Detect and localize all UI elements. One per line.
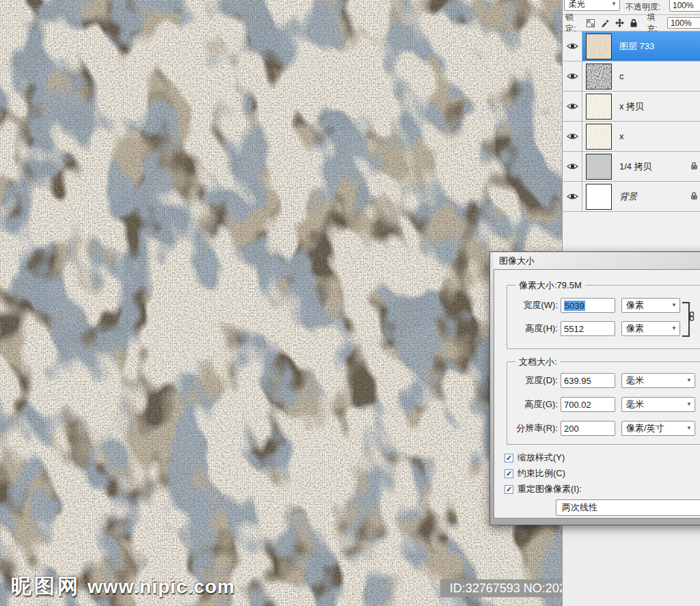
- layer-lock-icon: [691, 162, 697, 171]
- resolution-input[interactable]: 200: [561, 421, 615, 436]
- resample-image-option: ✓ 重定图像像素(I):: [504, 483, 582, 495]
- layer-name[interactable]: x 拷贝: [619, 100, 644, 113]
- site-url: www.nipic.com: [88, 576, 235, 598]
- resolution-unit-select[interactable]: 像素/英寸 ▼: [621, 421, 695, 436]
- resample-method-value: 两次线性: [562, 501, 597, 514]
- site-name: 昵图网: [11, 573, 81, 601]
- chain-link-icon: [689, 312, 695, 321]
- layer-name[interactable]: 1/4 拷贝: [619, 161, 652, 173]
- fill-input[interactable]: 100%: [667, 17, 700, 29]
- resolution-label: 分辨率(R):: [511, 422, 558, 435]
- eye-icon: [567, 72, 578, 80]
- layer-row-quarter-copy[interactable]: 1/4 拷贝: [563, 152, 700, 182]
- document-size-label: 文档大小:: [515, 356, 561, 368]
- doc-width-row: 宽度(D): 639.95 毫米 ▼: [511, 373, 695, 388]
- resample-image-label: 重定图像像素(I):: [517, 483, 582, 495]
- constrain-proportions-label: 约束比例(C): [517, 467, 565, 480]
- doc-height-row: 高度(G): 700.02 毫米 ▼: [511, 397, 695, 412]
- layer-thumbnail[interactable]: [586, 124, 612, 150]
- site-watermark: 昵图网 www.nipic.com: [11, 573, 235, 601]
- pixel-width-row: 宽度(W): 5039 像素 ▼: [511, 298, 680, 313]
- resample-method-select[interactable]: 两次线性 ▼: [556, 499, 700, 516]
- chevron-down-icon: ▼: [686, 378, 692, 383]
- layer-row-733[interactable]: 图层 733: [563, 31, 700, 61]
- doc-height-unit-select[interactable]: 毫米 ▼: [621, 397, 695, 412]
- doc-width-unit-select[interactable]: 毫米 ▼: [621, 373, 695, 388]
- pixel-height-label: 高度(H):: [511, 322, 558, 335]
- visibility-toggle[interactable]: [563, 152, 582, 181]
- check-icon: ✓: [506, 486, 512, 493]
- layer-thumbnail[interactable]: [586, 64, 612, 89]
- document-canvas[interactable]: [0, 0, 562, 606]
- eye-icon: [567, 193, 578, 200]
- pixel-height-value: 5512: [564, 324, 584, 334]
- visibility-toggle[interactable]: [563, 61, 582, 91]
- scale-styles-option: ✓ 缩放样式(Y): [504, 452, 565, 464]
- image-size-dialog: 图像大小 像素大小:79.5M 宽度(W): 5039 像素 ▼ 高度(H):: [489, 251, 700, 525]
- visibility-toggle[interactable]: [563, 182, 582, 211]
- eye-icon: [567, 133, 578, 140]
- resample-image-checkbox[interactable]: ✓: [504, 485, 513, 494]
- doc-height-value: 700.02: [564, 400, 591, 410]
- lock-all-icon[interactable]: [630, 19, 637, 27]
- pixel-width-unit: 像素: [626, 299, 644, 312]
- pixel-width-input[interactable]: 5039: [561, 298, 615, 313]
- pixel-width-unit-select[interactable]: 像素 ▼: [621, 298, 680, 313]
- dialog-title[interactable]: 图像大小: [494, 252, 700, 269]
- resolution-unit: 像素/英寸: [626, 422, 664, 435]
- pixel-dimensions-group: 像素大小:79.5M 宽度(W): 5039 像素 ▼ 高度(H): 5512: [507, 285, 700, 349]
- resolution-value: 200: [564, 424, 579, 434]
- pixel-height-input[interactable]: 5512: [561, 321, 615, 336]
- blend-mode-value: 柔光: [569, 0, 585, 10]
- layer-name[interactable]: 背景: [619, 191, 637, 203]
- check-icon: ✓: [506, 454, 512, 462]
- doc-width-input[interactable]: 639.95: [561, 373, 615, 388]
- chevron-down-icon: ▼: [671, 303, 677, 308]
- blend-mode-select[interactable]: 柔光 ▼: [564, 0, 620, 11]
- document-size-group: 文档大小: 宽度(D): 639.95 毫米 ▼ 高度(G): 700.02: [507, 361, 700, 445]
- doc-width-unit: 毫米: [626, 374, 644, 387]
- chevron-down-icon: ▼: [686, 426, 692, 431]
- layer-thumbnail[interactable]: [586, 33, 612, 59]
- scale-styles-checkbox[interactable]: ✓: [504, 454, 513, 463]
- layer-thumbnail[interactable]: [586, 94, 612, 120]
- visibility-toggle[interactable]: [563, 122, 582, 151]
- pixel-height-row: 高度(H): 5512 像素 ▼: [511, 321, 680, 336]
- doc-height-input[interactable]: 700.02: [561, 397, 615, 412]
- visibility-toggle[interactable]: [563, 31, 582, 61]
- lock-paint-brush-icon[interactable]: [601, 19, 609, 27]
- constrain-proportions-checkbox[interactable]: ✓: [504, 469, 513, 478]
- layer-row-c[interactable]: c: [563, 61, 700, 92]
- opacity-input[interactable]: 100%: [669, 0, 700, 12]
- scale-styles-label: 缩放样式(Y): [517, 452, 565, 464]
- chevron-down-icon: ▼: [671, 326, 677, 331]
- blend-mode-row: 柔光 ▼ 不透明度: 100%: [563, 0, 700, 15]
- check-icon: ✓: [506, 470, 512, 478]
- layers-panel-empty-area: [563, 212, 700, 253]
- doc-width-value: 639.95: [564, 376, 591, 386]
- pixel-height-unit: 像素: [626, 322, 644, 335]
- lock-move-icon[interactable]: [615, 18, 624, 27]
- visibility-toggle[interactable]: [563, 92, 582, 121]
- layer-name[interactable]: x: [619, 131, 624, 141]
- doc-width-label: 宽度(D):: [511, 374, 558, 387]
- layer-thumbnail[interactable]: [586, 184, 612, 210]
- layer-thumbnail[interactable]: [586, 154, 612, 180]
- resolution-row: 分辨率(R): 200 像素/英寸 ▼: [511, 421, 695, 436]
- constrain-proportions-option: ✓ 约束比例(C): [504, 467, 565, 480]
- layer-name[interactable]: 图层 733: [619, 40, 654, 53]
- doc-height-label: 高度(G):: [511, 398, 558, 411]
- pixel-height-unit-select[interactable]: 像素 ▼: [621, 321, 680, 336]
- layer-row-x[interactable]: x: [563, 122, 700, 152]
- lock-transparency-icon[interactable]: [587, 19, 595, 27]
- chevron-down-icon: ▼: [611, 1, 617, 7]
- lock-row: 锁定: 填充: 100%: [563, 15, 700, 31]
- pixel-dimensions-label: 像素大小:79.5M: [515, 279, 585, 292]
- pixel-width-label: 宽度(W):: [511, 299, 558, 312]
- layer-row-background[interactable]: 背景: [563, 182, 700, 212]
- layer-row-x-copy[interactable]: x 拷贝: [563, 92, 700, 122]
- fabric-weave-overlay: [0, 0, 562, 606]
- photoshop-window: 昵图网 www.nipic.com ID:32767593 NO:2025050…: [0, 0, 700, 606]
- eye-icon: [567, 163, 578, 170]
- layer-name[interactable]: c: [619, 71, 624, 81]
